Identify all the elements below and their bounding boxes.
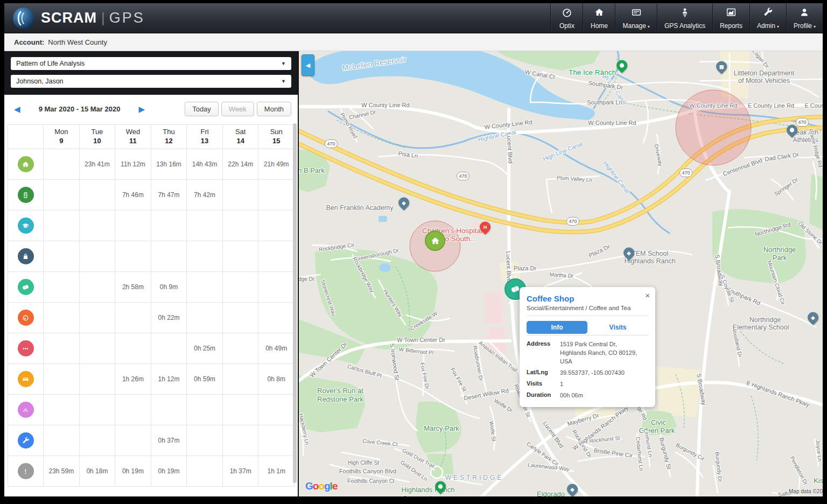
duration-cell[interactable]: 11h 12m	[115, 149, 151, 180]
table-header: Mon9Tue10Wed11Thu12Fri13Sat14Sun15	[8, 125, 295, 149]
popup-subtitle: Social/Entertainment / Coffee and Tea	[527, 305, 648, 316]
map-label: The Ice Ranch	[569, 68, 616, 76]
google-logo[interactable]: Google	[305, 480, 337, 492]
close-icon[interactable]: ×	[645, 291, 650, 300]
duration-cell[interactable]: 7h 47m	[151, 180, 187, 211]
duration-cell	[44, 211, 80, 241]
nav-item-label: Admin▾	[757, 22, 779, 30]
duration-cell	[187, 303, 223, 333]
panel-scrollbar[interactable]	[293, 123, 297, 483]
duration-cell[interactable]: 23h 41m	[79, 149, 115, 180]
duration-cell	[222, 303, 258, 333]
map-canvas[interactable]: McLellen ReservoirW Canal CtHigh Line Ca…	[299, 51, 823, 496]
childrens-hospital-pin[interactable]: H	[478, 219, 493, 234]
duration-cell	[44, 180, 80, 211]
map-label: High Cliffe St	[348, 460, 379, 466]
category-cell	[8, 211, 44, 241]
client-value: Johnson, Jason	[16, 78, 64, 85]
northridge-elementary-pin[interactable]: ◆	[805, 310, 821, 325]
week-button[interactable]: Week	[221, 102, 254, 116]
duration-cell[interactable]: 0h 25m	[187, 333, 223, 364]
map-label: Marcy Park	[424, 424, 459, 432]
duration-cell[interactable]: 0h 18m	[79, 456, 115, 487]
brand-gps: GPS	[109, 10, 145, 26]
table-row: 0h 37m	[8, 425, 295, 456]
duration-cell	[187, 456, 223, 487]
nav-item-profile[interactable]: Profile▾	[786, 3, 823, 33]
panel-collapse-button[interactable]: ◀	[302, 54, 314, 76]
duration-cell[interactable]: 1h 12m	[151, 364, 187, 395]
table-row: 23h 59m0h 18m0h 19m0h 19m1h 37m1h 1m	[8, 456, 295, 487]
duration-cell[interactable]: 7h 46m	[115, 180, 151, 211]
pattern-of-life-table: Mon9Tue10Wed11Thu12Fri13Sat14Sun15 23h 4…	[8, 124, 295, 487]
duration-cell[interactable]: 13h 16m	[151, 149, 187, 180]
duration-cell	[258, 395, 295, 425]
exclusion-zone[interactable]	[676, 90, 751, 165]
duration-cell[interactable]: 22h 14m	[222, 149, 258, 180]
nav-item-admin[interactable]: Admin▾	[749, 3, 786, 33]
home-icon	[593, 6, 605, 22]
chart-icon	[725, 6, 737, 22]
duration-cell[interactable]: 0h 49m	[258, 333, 295, 364]
duration-cell	[115, 303, 151, 333]
duration-cell	[258, 303, 295, 333]
nav-item-gps-analytics[interactable]: GPS Analytics	[657, 3, 712, 33]
panel-filters: Pattern of Life Analysis ▼ Johnson, Jaso…	[4, 51, 298, 95]
brand-scram: SCRAM	[41, 10, 97, 26]
duration-cell[interactable]: 0h 37m	[151, 425, 187, 456]
duration-cell	[79, 425, 115, 456]
duration-cell	[44, 425, 80, 456]
duration-cell[interactable]: 1h 1m	[258, 456, 295, 487]
map-attribution: Map data ©20	[789, 488, 823, 494]
duration-cell[interactable]: 2h 58m	[115, 272, 151, 303]
nav-item-manage[interactable]: Manage▾	[615, 3, 656, 33]
duration-cell	[79, 211, 115, 241]
table-row	[8, 211, 295, 241]
category-cell	[8, 272, 44, 303]
tab-info[interactable]: Info	[527, 321, 587, 334]
category-cell	[8, 364, 44, 395]
analysis-type-dropdown[interactable]: Pattern of Life Analysis ▼	[11, 57, 291, 70]
duration-cell[interactable]: 0h 8m	[258, 364, 295, 395]
eldorado-pin[interactable]: ◆	[565, 481, 580, 496]
duration-cell[interactable]: 21h 49m	[258, 149, 295, 180]
client-dropdown[interactable]: Johnson, Jason ▼	[11, 75, 291, 88]
category-cell	[8, 395, 44, 425]
duration-cell[interactable]: 0h 19m	[151, 456, 187, 487]
duration-cell	[187, 425, 223, 456]
map-label: Foothills Canyon Ct	[347, 478, 394, 484]
duration-cell[interactable]: 23h 59m	[44, 456, 80, 487]
duration-cell	[44, 149, 80, 180]
pin-glyph: ▤	[716, 61, 727, 72]
nav-item-home[interactable]: Home	[583, 3, 615, 33]
duration-cell	[222, 211, 258, 241]
ben-franklin-academy-pin[interactable]: ◆	[396, 195, 411, 210]
duration-cell[interactable]: 0h 22m	[151, 303, 187, 333]
category-cell	[8, 456, 44, 487]
duration-cell[interactable]: 1h 26m	[115, 364, 151, 395]
next-week-button[interactable]: ▶	[137, 104, 148, 114]
tab-visits[interactable]: Visits	[587, 321, 648, 335]
home-location-marker[interactable]	[425, 230, 445, 251]
month-button[interactable]: Month	[257, 102, 291, 116]
map-label: Park	[773, 254, 787, 262]
map-label: Eldorado	[537, 490, 565, 497]
today-button[interactable]: Today	[185, 102, 219, 116]
duration-cell[interactable]: 0h 19m	[115, 456, 151, 487]
prev-week-button[interactable]: ◀	[12, 104, 23, 114]
google-logo-letter: o	[318, 480, 324, 492]
duration-cell[interactable]: 14h 43m	[187, 149, 223, 180]
map-label: WESTRIDGE	[445, 474, 504, 481]
duration-cell[interactable]: 1h 37m	[222, 456, 258, 487]
stem-school-pin[interactable]: ◆	[621, 245, 636, 260]
dmv-pin[interactable]: ▤	[714, 59, 729, 74]
account-label: Account:	[14, 38, 44, 46]
home-icon	[18, 156, 34, 172]
map-label: Kist	[814, 477, 823, 485]
field-value: 1	[560, 380, 563, 389]
duration-cell[interactable]: 7h 42m	[187, 180, 223, 211]
nav-item-optix[interactable]: Optix	[550, 3, 583, 33]
duration-cell[interactable]: 0h 59m	[187, 364, 223, 395]
nav-item-reports[interactable]: Reports	[712, 3, 749, 33]
duration-cell[interactable]: 0h 9m	[151, 272, 187, 303]
